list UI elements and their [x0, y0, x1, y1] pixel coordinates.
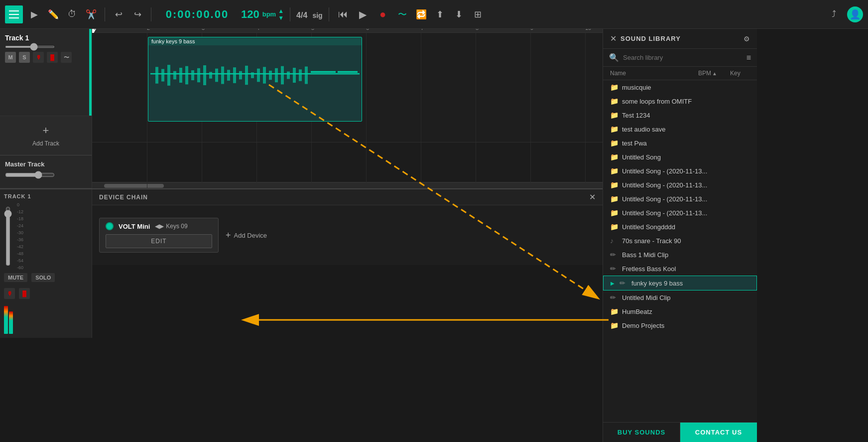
sl-contact-button[interactable]: CONTACT US	[680, 423, 757, 442]
automation-icon[interactable]: 〜	[395, 7, 410, 22]
loop-icon[interactable]: 🔁	[414, 7, 429, 22]
bottom-combined: TRACK 1 0 -12 -18 -24 -30 -36 -42 -48 -5…	[0, 188, 603, 338]
clock-tool-icon[interactable]: ⏱	[65, 7, 80, 22]
grid-icon[interactable]: ⊞	[471, 7, 486, 22]
ruler-mark-9: 9	[530, 29, 533, 31]
svg-rect-18	[257, 69, 260, 82]
sl-item-16[interactable]: 📁HumBeatz	[603, 304, 757, 318]
add-device-button[interactable]: + Add Device	[226, 230, 267, 241]
sl-buy-button[interactable]: BUY SOUNDS	[603, 423, 680, 442]
svg-rect-2	[161, 69, 164, 82]
sl-item-5[interactable]: 📁Untitled Song	[603, 150, 757, 164]
sl-item-name: Untitled Song - (2020-11-13...	[622, 167, 750, 175]
master-track-name: Master Track	[5, 160, 87, 168]
sl-item-14[interactable]: ▶✏funky keys 9 bass	[603, 276, 757, 291]
device-chain-close[interactable]: ✕	[589, 192, 596, 202]
device-edit-button[interactable]: EDIT	[106, 234, 212, 248]
timeline-scrollbar[interactable]	[92, 182, 603, 188]
svg-rect-21	[275, 68, 278, 82]
sl-item-7[interactable]: 📁Untitled Song - (2020-11-13...	[603, 178, 757, 192]
export-icon[interactable]: ⬆	[433, 7, 448, 22]
mute-button[interactable]: MUTE	[4, 273, 27, 282]
sl-item-11[interactable]: ♪70s snare - Track 90	[603, 234, 757, 248]
master-volume[interactable]	[5, 171, 55, 179]
sl-search-input[interactable]	[623, 54, 743, 61]
undo-icon[interactable]: ↩	[111, 7, 126, 22]
device-channel: ◀▶ Keys 09	[155, 223, 187, 230]
sl-item-9[interactable]: 📁Untitled Song - (2020-11-13...	[603, 206, 757, 220]
sl-item-17[interactable]: 📁Demo Projects	[603, 318, 757, 332]
sl-filter-icon[interactable]: ≡	[746, 53, 751, 62]
add-track-area[interactable]: + Add Track	[0, 116, 92, 155]
go-start-button[interactable]: ⏮	[335, 6, 351, 22]
bottom-right-content: DEVICE CHAIN ✕ VOLT Mini ◀▶ Keys 09	[92, 189, 603, 338]
sl-item-name: Untitled Song - (2020-11-13...	[622, 209, 750, 217]
track-1-volume[interactable]	[5, 46, 55, 48]
svg-rect-9	[203, 65, 206, 85]
svg-rect-24	[293, 68, 296, 83]
scissors-tool-icon[interactable]: ✂️	[84, 7, 99, 22]
avatar[interactable]: 👤	[847, 6, 863, 22]
device-chain-content: VOLT Mini ◀▶ Keys 09 EDIT + Add Device	[92, 205, 603, 265]
sl-item-name: funky keys 9 bass	[631, 280, 749, 287]
sl-item-name: test Pwa	[622, 140, 750, 147]
sl-item-6[interactable]: 📁Untitled Song - (2020-11-13...	[603, 164, 757, 178]
bpm-arrows[interactable]: ▲▼	[278, 7, 284, 21]
import-icon[interactable]: ⬇	[452, 7, 467, 22]
time-sig[interactable]: 4/4 sig	[296, 8, 323, 21]
record-button[interactable]: ●	[375, 6, 391, 22]
sl-item-2[interactable]: 📁Test 1234	[603, 108, 757, 122]
track-fader[interactable]	[4, 206, 12, 266]
folder-icon: 📁	[610, 195, 618, 203]
divider3	[290, 7, 290, 21]
sl-item-1[interactable]: 📁some loops from OMITF	[603, 94, 757, 108]
solo-button[interactable]: SOLO	[31, 273, 55, 282]
track-1-levels[interactable]: ▐▌	[47, 52, 58, 63]
track-record-btn[interactable]: 🎙	[4, 288, 15, 299]
share-icon[interactable]: ⤴	[826, 7, 841, 22]
track-1-auto[interactable]: 〜	[61, 52, 72, 63]
sl-item-8[interactable]: 📁Untitled Song - (2020-11-13...	[603, 192, 757, 206]
svg-rect-15	[239, 71, 242, 80]
fader-row: 0 -12 -18 -24 -30 -36 -42 -48 -54 -60	[4, 202, 88, 270]
add-track-icon: +	[43, 124, 49, 137]
play-button[interactable]: ▶	[355, 6, 371, 22]
sl-settings-icon[interactable]: ⚙	[744, 35, 750, 43]
folder-icon: 📁	[610, 307, 618, 315]
sl-item-15[interactable]: ✏Untitled Midi Clip	[603, 291, 757, 304]
folder-icon: 📁	[610, 181, 618, 189]
menu-button[interactable]	[5, 5, 23, 23]
redo-icon[interactable]: ↪	[130, 7, 145, 22]
pencil-tool-icon[interactable]: ✏️	[46, 7, 61, 22]
folder-icon: 📁	[610, 111, 618, 119]
sl-item-13[interactable]: ✏Fretless Bass Kool	[603, 262, 757, 276]
sl-item-name: musicquie	[622, 84, 750, 91]
vu-meter	[4, 306, 88, 334]
ruler-mark-7: 7	[421, 29, 424, 31]
track-levels-btn[interactable]: ▐▌	[19, 288, 30, 299]
sl-item-0[interactable]: 📁musicquie	[603, 80, 757, 94]
sl-item-3[interactable]: 📁test audio save	[603, 122, 757, 136]
track-1-mute[interactable]: M	[5, 52, 16, 63]
track-1-clip[interactable]: funky keys 9 bass	[148, 37, 362, 122]
svg-rect-11	[215, 69, 218, 82]
bpm-unit: bpm	[262, 10, 276, 18]
sl-item-name: Untitled Song	[622, 153, 750, 161]
add-track-label: Add Track	[32, 140, 59, 147]
svg-rect-14	[233, 67, 236, 83]
svg-rect-3	[167, 65, 170, 86]
sl-item-12[interactable]: ✏Bass 1 Midi Clip	[603, 248, 757, 262]
bpm-display[interactable]: 120 bpm ▲▼	[241, 7, 284, 21]
sl-item-name: Untitled Midi Clip	[622, 294, 750, 301]
track-1-record[interactable]: 🎙	[33, 52, 44, 63]
sl-item-10[interactable]: 📁Untitled Songdddd	[603, 220, 757, 234]
track-1-solo[interactable]: S	[19, 52, 30, 63]
sl-close-btn[interactable]: ✕	[610, 34, 617, 43]
device-power-btn[interactable]	[106, 222, 114, 230]
master-track-header: Master Track	[0, 155, 92, 188]
add-device-label: Add Device	[234, 232, 267, 239]
select-tool-icon[interactable]: ▶	[27, 7, 42, 22]
sl-item-name: Test 1234	[622, 112, 750, 119]
scrollbar-thumb[interactable]	[104, 184, 164, 188]
sl-item-4[interactable]: 📁test Pwa	[603, 136, 757, 150]
